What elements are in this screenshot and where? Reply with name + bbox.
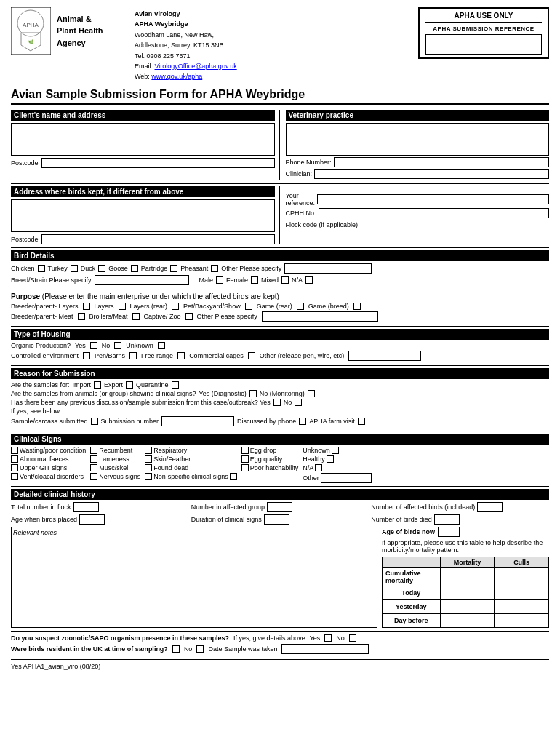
turkey-checkbox[interactable] bbox=[71, 265, 78, 272]
web-link[interactable]: www.gov.uk/apha bbox=[151, 73, 202, 80]
sample-carcass-cb[interactable] bbox=[91, 418, 98, 425]
other-purpose-input[interactable] bbox=[262, 311, 378, 322]
pheasant-checkbox[interactable] bbox=[211, 265, 218, 272]
duck-checkbox[interactable] bbox=[98, 265, 105, 272]
day-before-culls-input[interactable] bbox=[505, 615, 538, 626]
game-rear-cb[interactable] bbox=[297, 303, 304, 310]
layers-cb[interactable] bbox=[119, 303, 126, 310]
resident-yes-cb[interactable] bbox=[172, 645, 180, 653]
unknown-cb[interactable] bbox=[332, 447, 339, 454]
duration-input[interactable] bbox=[264, 514, 289, 525]
age-placed-input[interactable] bbox=[79, 514, 105, 525]
yesterday-culls-cell[interactable] bbox=[495, 599, 549, 613]
today-culls-cell[interactable] bbox=[495, 586, 549, 599]
cumulative-culls-input-cell[interactable] bbox=[495, 567, 549, 586]
age-birds-input[interactable] bbox=[438, 527, 460, 537]
chicken-checkbox[interactable] bbox=[38, 265, 45, 272]
partridge-checkbox[interactable] bbox=[170, 265, 177, 272]
non-specific-cb[interactable] bbox=[145, 473, 152, 480]
today-mortality-cell[interactable] bbox=[440, 586, 495, 599]
pet-backyard-cb[interactable] bbox=[245, 303, 252, 310]
total-flock-input[interactable] bbox=[73, 502, 99, 512]
your-ref-input[interactable] bbox=[317, 194, 549, 204]
yesterday-mortality-input[interactable] bbox=[451, 602, 484, 612]
poor-hatch-cb[interactable] bbox=[241, 464, 249, 471]
date-sample-input[interactable] bbox=[281, 644, 369, 654]
unknown-organic-cb[interactable] bbox=[158, 342, 165, 349]
mixed-checkbox[interactable] bbox=[281, 276, 289, 284]
game-breed-cb[interactable] bbox=[353, 303, 361, 310]
yes-zoonotic-cb[interactable] bbox=[324, 634, 332, 642]
no-monitoring-cb[interactable] bbox=[308, 390, 315, 397]
muscskel-cb[interactable] bbox=[90, 464, 97, 471]
affected-group-input[interactable] bbox=[267, 502, 292, 512]
abnormal-faeces-cb[interactable] bbox=[11, 455, 18, 463]
day-before-mortality-cell[interactable] bbox=[440, 613, 495, 627]
nervous-cb[interactable] bbox=[90, 473, 97, 480]
previous-yes-cb[interactable] bbox=[273, 399, 281, 406]
pen-barns-cb[interactable] bbox=[129, 352, 137, 359]
alt-postcode-input[interactable] bbox=[41, 234, 275, 244]
affected-birds-input[interactable] bbox=[477, 502, 503, 512]
na-checkbox[interactable] bbox=[305, 276, 313, 284]
other-housing-input[interactable] bbox=[348, 351, 421, 361]
captive-zoo-cb[interactable] bbox=[185, 313, 193, 320]
egg-quality-cb[interactable] bbox=[241, 455, 249, 463]
broilers-cb[interactable] bbox=[132, 313, 140, 320]
clinician-input[interactable] bbox=[314, 169, 549, 179]
discussed-phone-cb[interactable] bbox=[299, 418, 306, 425]
client-postcode-input[interactable] bbox=[41, 158, 275, 168]
no-organic-cb[interactable] bbox=[114, 342, 121, 349]
yesterday-culls-input[interactable] bbox=[505, 602, 538, 612]
female-checkbox[interactable] bbox=[251, 276, 258, 284]
phone-input[interactable] bbox=[334, 157, 549, 167]
import-cb[interactable] bbox=[94, 381, 101, 389]
cphh-input[interactable] bbox=[319, 208, 549, 218]
today-culls-input[interactable] bbox=[505, 588, 538, 598]
recumbent-cb[interactable] bbox=[90, 447, 97, 454]
male-checkbox[interactable] bbox=[216, 276, 223, 284]
submission-num-input[interactable] bbox=[161, 416, 234, 426]
breed-input[interactable] bbox=[95, 275, 189, 285]
email-link[interactable]: VirologyOffice@apha.gov.uk bbox=[155, 63, 237, 70]
vent-cb[interactable] bbox=[11, 473, 18, 480]
controlled-env-cb[interactable] bbox=[83, 352, 90, 359]
healthy-cb[interactable] bbox=[327, 455, 334, 463]
commercial-cages-cb[interactable] bbox=[248, 352, 255, 359]
respiratory-cb[interactable] bbox=[145, 447, 152, 454]
export-cb[interactable] bbox=[126, 381, 133, 389]
birds-died-input[interactable] bbox=[434, 514, 460, 525]
no-zoonotic-cb[interactable] bbox=[349, 634, 356, 642]
found-dead-cb[interactable] bbox=[145, 464, 152, 471]
cumulative-mortality-input[interactable] bbox=[451, 572, 484, 582]
yes-diag-cb[interactable] bbox=[249, 390, 257, 397]
cumulative-mortality-input-cell[interactable] bbox=[440, 567, 495, 586]
quarantine-cb[interactable] bbox=[172, 381, 179, 389]
layers-rear-cb[interactable] bbox=[172, 303, 179, 310]
non-specific-cb2[interactable] bbox=[230, 473, 237, 480]
egg-quality-label: Egg quality bbox=[250, 455, 283, 463]
other-species-input[interactable] bbox=[284, 263, 372, 274]
breeder-meat-cb[interactable] bbox=[78, 313, 85, 320]
apha-farm-cb[interactable] bbox=[358, 418, 365, 425]
yes-organic-cb[interactable] bbox=[90, 342, 97, 349]
skin-feather-cb[interactable] bbox=[145, 455, 152, 463]
yesterday-mortality-cell[interactable] bbox=[440, 599, 495, 613]
goose-checkbox[interactable] bbox=[131, 265, 138, 272]
wasting-cb[interactable] bbox=[11, 447, 18, 454]
resident-no-cb[interactable] bbox=[196, 645, 204, 653]
upper-git-cb[interactable] bbox=[11, 464, 18, 471]
breeder-layers-cb[interactable] bbox=[83, 303, 90, 310]
email-label: Email: bbox=[135, 63, 155, 70]
lameness-cb[interactable] bbox=[90, 455, 97, 463]
na-cs-cb[interactable] bbox=[315, 464, 322, 471]
today-mortality-input[interactable] bbox=[451, 588, 484, 598]
other-cs-input[interactable] bbox=[321, 473, 372, 483]
previous-no-cb[interactable] bbox=[295, 399, 302, 406]
pet-backyard-label: Pet/Backyard/Show bbox=[183, 303, 241, 310]
free-range-cb[interactable] bbox=[177, 352, 185, 359]
day-before-mortality-input[interactable] bbox=[451, 615, 484, 626]
egg-drop-cb[interactable] bbox=[241, 447, 249, 454]
cumulative-culls-input[interactable] bbox=[505, 572, 538, 582]
day-before-culls-cell[interactable] bbox=[495, 613, 549, 627]
